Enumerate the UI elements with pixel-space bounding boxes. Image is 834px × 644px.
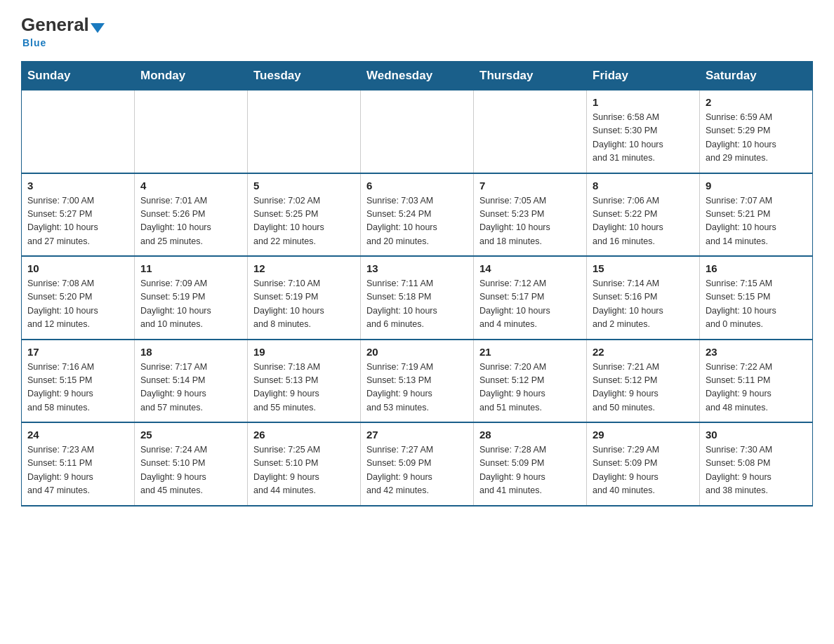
calendar-cell: 27Sunrise: 7:27 AM Sunset: 5:09 PM Dayli… bbox=[361, 422, 474, 506]
day-info: Sunrise: 7:08 AM Sunset: 5:20 PM Dayligh… bbox=[27, 277, 128, 332]
logo-general-text: General bbox=[21, 14, 89, 36]
day-info: Sunrise: 7:25 AM Sunset: 5:10 PM Dayligh… bbox=[253, 443, 355, 498]
calendar-cell bbox=[248, 90, 361, 173]
day-number: 15 bbox=[593, 262, 694, 274]
day-info: Sunrise: 7:24 AM Sunset: 5:10 PM Dayligh… bbox=[140, 443, 241, 498]
day-header-sunday: Sunday bbox=[22, 62, 135, 90]
day-info: Sunrise: 7:05 AM Sunset: 5:23 PM Dayligh… bbox=[479, 194, 581, 249]
calendar-cell: 23Sunrise: 7:22 AM Sunset: 5:11 PM Dayli… bbox=[700, 340, 813, 423]
calendar-week-row: 10Sunrise: 7:08 AM Sunset: 5:20 PM Dayli… bbox=[22, 256, 813, 340]
calendar-cell: 18Sunrise: 7:17 AM Sunset: 5:14 PM Dayli… bbox=[135, 340, 248, 423]
day-number: 23 bbox=[706, 346, 807, 358]
day-info: Sunrise: 7:01 AM Sunset: 5:26 PM Dayligh… bbox=[140, 194, 241, 249]
day-info: Sunrise: 7:23 AM Sunset: 5:11 PM Dayligh… bbox=[27, 443, 128, 498]
calendar-week-row: 17Sunrise: 7:16 AM Sunset: 5:15 PM Dayli… bbox=[22, 340, 813, 423]
calendar-cell: 8Sunrise: 7:06 AM Sunset: 5:22 PM Daylig… bbox=[587, 173, 700, 257]
day-info: Sunrise: 7:09 AM Sunset: 5:19 PM Dayligh… bbox=[140, 277, 241, 332]
calendar-cell: 22Sunrise: 7:21 AM Sunset: 5:12 PM Dayli… bbox=[587, 340, 700, 423]
day-header-monday: Monday bbox=[135, 62, 248, 90]
calendar-table: SundayMondayTuesdayWednesdayThursdayFrid… bbox=[21, 61, 813, 507]
day-info: Sunrise: 6:58 AM Sunset: 5:30 PM Dayligh… bbox=[593, 111, 694, 166]
calendar-week-row: 3Sunrise: 7:00 AM Sunset: 5:27 PM Daylig… bbox=[22, 173, 813, 257]
day-info: Sunrise: 7:02 AM Sunset: 5:25 PM Dayligh… bbox=[253, 194, 355, 249]
day-number: 9 bbox=[706, 180, 807, 192]
calendar-cell: 11Sunrise: 7:09 AM Sunset: 5:19 PM Dayli… bbox=[135, 256, 248, 340]
day-info: Sunrise: 7:18 AM Sunset: 5:13 PM Dayligh… bbox=[253, 361, 355, 415]
day-number: 25 bbox=[140, 429, 241, 441]
calendar-cell: 17Sunrise: 7:16 AM Sunset: 5:15 PM Dayli… bbox=[22, 340, 135, 423]
day-info: Sunrise: 7:17 AM Sunset: 5:14 PM Dayligh… bbox=[140, 361, 241, 415]
calendar-cell bbox=[361, 90, 474, 173]
day-info: Sunrise: 7:27 AM Sunset: 5:09 PM Dayligh… bbox=[366, 443, 468, 498]
day-header-friday: Friday bbox=[587, 62, 700, 90]
calendar-cell bbox=[474, 90, 587, 173]
day-header-thursday: Thursday bbox=[474, 62, 587, 90]
day-number: 10 bbox=[27, 262, 128, 274]
calendar-cell bbox=[22, 90, 135, 173]
day-header-saturday: Saturday bbox=[700, 62, 813, 90]
calendar-cell: 29Sunrise: 7:29 AM Sunset: 5:09 PM Dayli… bbox=[587, 422, 700, 506]
calendar-week-row: 24Sunrise: 7:23 AM Sunset: 5:11 PM Dayli… bbox=[22, 422, 813, 506]
day-number: 20 bbox=[366, 346, 468, 358]
day-number: 11 bbox=[140, 262, 241, 274]
day-number: 24 bbox=[27, 429, 128, 441]
day-number: 30 bbox=[706, 429, 807, 441]
logo-triangle-icon bbox=[91, 23, 105, 33]
day-number: 16 bbox=[706, 262, 807, 274]
day-info: Sunrise: 7:22 AM Sunset: 5:11 PM Dayligh… bbox=[706, 361, 807, 415]
day-header-tuesday: Tuesday bbox=[248, 62, 361, 90]
calendar-cell: 26Sunrise: 7:25 AM Sunset: 5:10 PM Dayli… bbox=[248, 422, 361, 506]
day-number: 8 bbox=[593, 180, 694, 192]
calendar-cell: 2Sunrise: 6:59 AM Sunset: 5:29 PM Daylig… bbox=[700, 90, 813, 173]
day-number: 26 bbox=[253, 429, 355, 441]
day-number: 28 bbox=[479, 429, 581, 441]
day-info: Sunrise: 7:10 AM Sunset: 5:19 PM Dayligh… bbox=[253, 277, 355, 332]
day-info: Sunrise: 7:30 AM Sunset: 5:08 PM Dayligh… bbox=[706, 443, 807, 498]
calendar-cell: 1Sunrise: 6:58 AM Sunset: 5:30 PM Daylig… bbox=[587, 90, 700, 173]
day-info: Sunrise: 7:07 AM Sunset: 5:21 PM Dayligh… bbox=[706, 194, 807, 249]
calendar-cell: 12Sunrise: 7:10 AM Sunset: 5:19 PM Dayli… bbox=[248, 256, 361, 340]
calendar-cell: 15Sunrise: 7:14 AM Sunset: 5:16 PM Dayli… bbox=[587, 256, 700, 340]
day-number: 4 bbox=[140, 180, 241, 192]
day-number: 1 bbox=[593, 96, 694, 108]
day-info: Sunrise: 7:16 AM Sunset: 5:15 PM Dayligh… bbox=[27, 361, 128, 415]
calendar-week-row: 1Sunrise: 6:58 AM Sunset: 5:30 PM Daylig… bbox=[22, 90, 813, 173]
days-header-row: SundayMondayTuesdayWednesdayThursdayFrid… bbox=[22, 62, 813, 90]
day-info: Sunrise: 7:29 AM Sunset: 5:09 PM Dayligh… bbox=[593, 443, 694, 498]
day-info: Sunrise: 7:06 AM Sunset: 5:22 PM Dayligh… bbox=[593, 194, 694, 249]
calendar-cell: 28Sunrise: 7:28 AM Sunset: 5:09 PM Dayli… bbox=[474, 422, 587, 506]
day-number: 5 bbox=[253, 180, 355, 192]
day-number: 12 bbox=[253, 262, 355, 274]
day-number: 22 bbox=[593, 346, 694, 358]
day-info: Sunrise: 7:15 AM Sunset: 5:15 PM Dayligh… bbox=[706, 277, 807, 332]
day-number: 14 bbox=[479, 262, 581, 274]
calendar-cell: 25Sunrise: 7:24 AM Sunset: 5:10 PM Dayli… bbox=[135, 422, 248, 506]
day-info: Sunrise: 7:11 AM Sunset: 5:18 PM Dayligh… bbox=[366, 277, 468, 332]
day-number: 13 bbox=[366, 262, 468, 274]
day-number: 21 bbox=[479, 346, 581, 358]
day-number: 27 bbox=[366, 429, 468, 441]
day-number: 17 bbox=[27, 346, 128, 358]
day-info: Sunrise: 7:28 AM Sunset: 5:09 PM Dayligh… bbox=[479, 443, 581, 498]
calendar-cell: 30Sunrise: 7:30 AM Sunset: 5:08 PM Dayli… bbox=[700, 422, 813, 506]
calendar-cell: 6Sunrise: 7:03 AM Sunset: 5:24 PM Daylig… bbox=[361, 173, 474, 257]
day-number: 7 bbox=[479, 180, 581, 192]
calendar-cell: 24Sunrise: 7:23 AM Sunset: 5:11 PM Dayli… bbox=[22, 422, 135, 506]
logo: General Blue bbox=[21, 14, 105, 48]
calendar-cell: 4Sunrise: 7:01 AM Sunset: 5:26 PM Daylig… bbox=[135, 173, 248, 257]
day-info: Sunrise: 7:21 AM Sunset: 5:12 PM Dayligh… bbox=[593, 361, 694, 415]
calendar-cell: 20Sunrise: 7:19 AM Sunset: 5:13 PM Dayli… bbox=[361, 340, 474, 423]
logo-blue-text: Blue bbox=[22, 37, 46, 48]
calendar-cell: 21Sunrise: 7:20 AM Sunset: 5:12 PM Dayli… bbox=[474, 340, 587, 423]
day-number: 6 bbox=[366, 180, 468, 192]
calendar-cell: 13Sunrise: 7:11 AM Sunset: 5:18 PM Dayli… bbox=[361, 256, 474, 340]
day-info: Sunrise: 7:14 AM Sunset: 5:16 PM Dayligh… bbox=[593, 277, 694, 332]
day-number: 3 bbox=[27, 180, 128, 192]
calendar-cell bbox=[135, 90, 248, 173]
calendar-cell: 14Sunrise: 7:12 AM Sunset: 5:17 PM Dayli… bbox=[474, 256, 587, 340]
calendar-cell: 3Sunrise: 7:00 AM Sunset: 5:27 PM Daylig… bbox=[22, 173, 135, 257]
calendar-cell: 9Sunrise: 7:07 AM Sunset: 5:21 PM Daylig… bbox=[700, 173, 813, 257]
day-header-wednesday: Wednesday bbox=[361, 62, 474, 90]
day-info: Sunrise: 7:00 AM Sunset: 5:27 PM Dayligh… bbox=[27, 194, 128, 249]
day-number: 18 bbox=[140, 346, 241, 358]
